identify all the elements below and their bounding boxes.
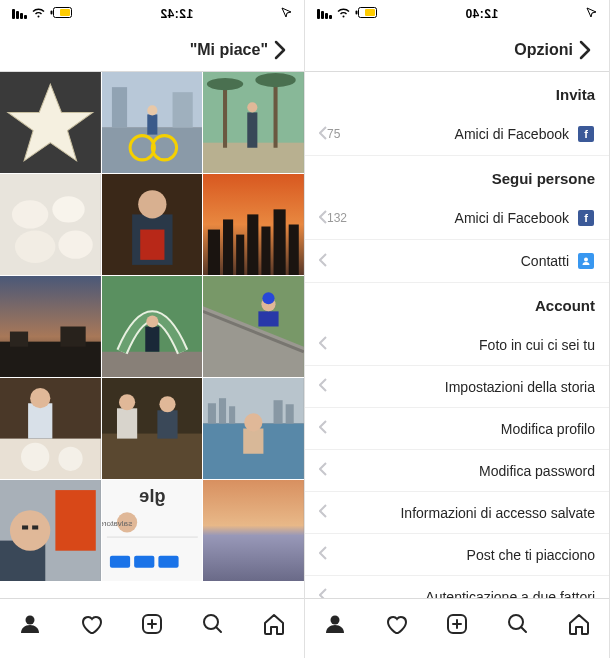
tab-home[interactable]	[565, 610, 593, 638]
row-invite-facebook[interactable]: 75 Amici di Facebook f	[305, 113, 609, 156]
tab-new-post[interactable]	[138, 610, 166, 638]
svg-rect-40	[10, 332, 28, 347]
tab-profile[interactable]	[321, 610, 349, 638]
svg-rect-34	[248, 214, 259, 275]
row-label: Impostazioni della storia	[327, 379, 595, 395]
svg-rect-11	[147, 114, 157, 134]
svg-rect-85	[203, 480, 304, 581]
photo-google[interactable]: glesalvatore aranz	[102, 480, 203, 581]
svg-point-24	[15, 231, 55, 263]
section-invite-title: Invita	[305, 72, 609, 113]
tab-search[interactable]	[199, 610, 227, 638]
photo-palms[interactable]	[203, 72, 304, 173]
page-title: Opzioni	[341, 41, 573, 59]
back-button[interactable]	[268, 38, 292, 62]
photo-beach[interactable]	[203, 480, 304, 581]
svg-rect-43	[102, 352, 203, 377]
svg-rect-75	[22, 525, 28, 529]
row-change-password[interactable]: Modifica password	[305, 450, 609, 492]
svg-rect-39	[0, 342, 101, 377]
svg-text:salvatore aranz: salvatore aranz	[102, 519, 132, 528]
svg-rect-2	[51, 11, 53, 15]
svg-rect-19	[248, 112, 258, 147]
row-follow-facebook[interactable]: 132 Amici di Facebook f	[305, 197, 609, 240]
svg-point-53	[58, 447, 82, 471]
svg-point-17	[207, 78, 243, 90]
row-story-settings[interactable]: Impostazioni della storia	[305, 366, 609, 408]
row-count: 75	[327, 127, 340, 141]
svg-point-74	[10, 510, 50, 550]
photo-rooftops[interactable]	[0, 276, 101, 377]
contacts-icon	[577, 252, 595, 270]
photo-selfie[interactable]	[0, 480, 101, 581]
svg-point-52	[21, 443, 49, 471]
svg-rect-8	[172, 92, 192, 127]
svg-rect-60	[157, 410, 177, 438]
svg-rect-68	[286, 404, 294, 423]
row-2fa[interactable]: Autenticazione a due fattori	[305, 576, 609, 598]
svg-rect-81	[107, 537, 198, 538]
svg-point-70	[245, 413, 263, 431]
tab-bar	[305, 598, 609, 658]
photo-arch[interactable]	[102, 276, 203, 377]
battery-icon	[355, 7, 377, 21]
svg-rect-58	[117, 408, 137, 438]
photo-restaurant[interactable]	[102, 378, 203, 479]
row-photos-of-you[interactable]: Foto in cui ci sei tu	[305, 324, 609, 366]
header-bar: "Mi piace"	[0, 28, 304, 72]
row-follow-contacts[interactable]: Contatti	[305, 240, 609, 283]
photo-luge[interactable]	[203, 276, 304, 377]
row-edit-profile[interactable]: Modifica profilo	[305, 408, 609, 450]
svg-rect-51	[0, 439, 101, 479]
photo-pool[interactable]	[203, 378, 304, 479]
chevron-left-icon	[319, 210, 327, 227]
photo-sunset-skyline[interactable]	[203, 174, 304, 275]
svg-rect-66	[229, 406, 235, 423]
tab-activity[interactable]	[77, 610, 105, 638]
row-liked-posts[interactable]: Post che ti piacciono	[305, 534, 609, 576]
svg-rect-69	[244, 429, 264, 454]
photo-man-book[interactable]	[102, 174, 203, 275]
svg-rect-64	[208, 403, 216, 423]
chevron-left-icon	[319, 420, 327, 437]
wifi-icon	[336, 7, 351, 21]
svg-rect-7	[112, 87, 127, 127]
svg-rect-65	[219, 398, 226, 423]
photo-meringues[interactable]	[0, 174, 101, 275]
svg-rect-32	[223, 219, 233, 275]
photo-star[interactable]	[0, 72, 101, 173]
tab-search[interactable]	[504, 610, 532, 638]
svg-rect-83	[134, 556, 154, 568]
svg-rect-29	[140, 230, 164, 260]
row-label: Informazioni di accesso salvate	[327, 505, 595, 521]
svg-rect-82	[110, 556, 130, 568]
svg-point-20	[248, 102, 258, 112]
svg-point-25	[58, 231, 92, 259]
chevron-left-icon	[319, 504, 327, 521]
status-bar: 12:40	[305, 0, 609, 28]
row-saved-login[interactable]: Informazioni di accesso salvate	[305, 492, 609, 534]
tab-home[interactable]	[260, 610, 288, 638]
svg-rect-47	[259, 311, 279, 326]
wifi-icon	[31, 7, 46, 21]
tab-new-post[interactable]	[443, 610, 471, 638]
back-button[interactable]	[573, 38, 597, 62]
status-time: 12:42	[160, 7, 193, 21]
svg-rect-76	[32, 525, 38, 529]
svg-rect-41	[60, 327, 85, 347]
svg-rect-16	[274, 77, 278, 148]
row-label: Foto in cui ci sei tu	[327, 337, 595, 353]
photo-cyclist[interactable]	[102, 72, 203, 173]
tab-profile[interactable]	[16, 610, 44, 638]
svg-point-55	[30, 388, 50, 408]
row-label: Modifica profilo	[327, 421, 595, 437]
page-title: "Mi piace"	[36, 41, 268, 59]
svg-point-28	[138, 190, 166, 218]
screen-options: 12:40 Opzioni Invita 75 Amici di Faceboo…	[305, 0, 610, 658]
svg-point-18	[256, 73, 296, 87]
photo-dining[interactable]	[0, 378, 101, 479]
tab-activity[interactable]	[382, 610, 410, 638]
svg-rect-67	[274, 400, 283, 423]
svg-rect-90	[365, 9, 375, 16]
chevron-left-icon	[319, 546, 327, 563]
